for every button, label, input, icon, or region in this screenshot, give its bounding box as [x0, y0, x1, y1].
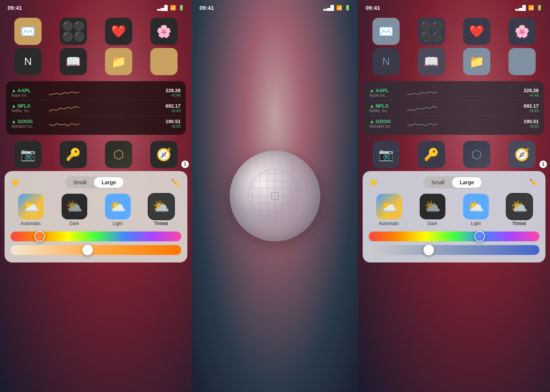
- dock-camera-r[interactable]: 📷: [372, 141, 400, 168]
- app-health[interactable]: ❤️: [105, 18, 132, 45]
- app-wallet-r[interactable]: ✉️: [372, 18, 400, 45]
- size-large-left[interactable]: Large: [94, 177, 124, 188]
- weather-dark-icon-right[interactable]: ⛅: [420, 194, 445, 219]
- dock-maps[interactable]: ⬡: [105, 141, 132, 168]
- dock-left: 📷 🔑 ⬡ 🧭 1: [0, 139, 192, 171]
- hue-thumb-right[interactable]: [474, 231, 485, 242]
- goog-name-r: Alphabet Inc.: [369, 124, 407, 128]
- stock-row-aapl-r: ▲ AAPL Apple Inc. 228.28 +0.46: [369, 85, 539, 100]
- weather-option-tinted-left[interactable]: ⛅ Tinted: [141, 194, 181, 226]
- aapl-price-r: 228.28 +0.46: [516, 88, 539, 97]
- weather-auto-icon-left[interactable]: ⛅: [18, 194, 44, 219]
- size-small-right[interactable]: Small: [424, 177, 452, 188]
- notif-badge-left: 1: [181, 161, 189, 168]
- status-icons-right: ▂▄█ 📶 🔋: [515, 5, 542, 11]
- app-health-r[interactable]: ❤️: [463, 18, 490, 45]
- status-icons-middle: ▂▄█ 📶 🔋: [323, 5, 351, 11]
- dock-right: 📷 🔑 ⬡ 🧭 1: [358, 139, 550, 171]
- saturation-thumb-left[interactable]: [82, 245, 93, 255]
- app-files-r[interactable]: 📁: [463, 48, 490, 75]
- size-small-left[interactable]: Small: [66, 177, 94, 188]
- nflx-chart-r: [407, 103, 516, 113]
- app-reminders-r[interactable]: ⚫⚫⚫⚫: [418, 18, 445, 45]
- app-wallet[interactable]: ✉️: [14, 18, 42, 45]
- saturation-thumb-right[interactable]: [423, 245, 434, 255]
- size-large-right[interactable]: Large: [452, 177, 482, 188]
- app-news[interactable]: N: [14, 48, 42, 75]
- app-notepad[interactable]: ≡: [150, 48, 178, 75]
- aapl-chart-r: [407, 87, 516, 98]
- color-slider-2-left[interactable]: [11, 245, 181, 255]
- custom-panel-right: ☀️ Small Large ✏️ ⛅ Automatic ⛅ Dark ⛅ L…: [363, 171, 545, 262]
- color-slider-1-right[interactable]: [369, 231, 539, 241]
- stocks-widget-right: ▲ AAPL Apple Inc. 228.28 +0.46 ▲ NFLX Ne…: [364, 81, 544, 135]
- weather-tinted-icon-right[interactable]: ⛅: [507, 194, 532, 219]
- sphere-grid-svg: [245, 166, 305, 226]
- weather-option-auto-left[interactable]: ⛅ Automatic: [11, 194, 51, 226]
- color-slider-2-right[interactable]: [369, 245, 539, 255]
- time-middle: 09:41: [199, 5, 214, 11]
- app-grid-right-row2: N 📖 📁 ≡: [358, 48, 550, 81]
- weather-light-label-right: Light: [471, 221, 480, 226]
- custom-panel-left: ☀️ Small Large ✏️ ⛅ Automatic ⛅ Dark ⛅ L…: [5, 171, 187, 262]
- size-toggle-right[interactable]: Small Large: [423, 176, 482, 188]
- weather-option-tinted-right[interactable]: ⛅ Tinted: [499, 194, 539, 226]
- goog-price-r: 190.51 +0.03: [516, 119, 539, 128]
- app-news-r[interactable]: N: [372, 48, 400, 75]
- weather-option-light-right[interactable]: ⛅ Light: [456, 194, 496, 226]
- nflx-name-r: Netflix, Inc.: [369, 109, 407, 113]
- aapl-name-r: Apple Inc.: [369, 93, 407, 97]
- weather-tinted-icon-left[interactable]: ⛅: [148, 194, 174, 219]
- weather-tinted-label-left: Tinted: [154, 221, 168, 226]
- weather-option-auto-right[interactable]: ⛅ Automatic: [369, 194, 409, 226]
- weather-option-dark-left[interactable]: ⛅ Dark: [54, 194, 94, 226]
- dock-keys-r[interactable]: 🔑: [418, 141, 445, 168]
- battery-icon-m: 🔋: [345, 5, 351, 11]
- weather-option-light-left[interactable]: ⛅ Light: [97, 194, 138, 226]
- color-slider-1-left[interactable]: [11, 231, 181, 241]
- battery-icon: 🔋: [178, 5, 184, 11]
- weather-dark-icon-left[interactable]: ⛅: [62, 194, 87, 219]
- app-grid-left-row2: N 📖 📁 ≡: [0, 48, 192, 81]
- dock-compass[interactable]: 🧭: [150, 141, 178, 168]
- time-right: 09:41: [366, 5, 380, 11]
- left-phone-panel: 09:41 ▂▄█ 📶 🔋 ✉️ ⚫⚫⚫⚫ ❤️ 🌸 N 📖 📁 ≡ ▲ AAP…: [0, 0, 192, 392]
- dock-compass-r[interactable]: 🧭: [508, 141, 536, 168]
- dock-camera[interactable]: 📷: [14, 141, 42, 168]
- weather-light-icon-right[interactable]: ⛅: [463, 194, 489, 219]
- goog-name: Alphabet Inc.: [11, 124, 49, 128]
- weather-light-icon-left[interactable]: ⛅: [105, 194, 131, 219]
- stock-row-nflx-r: ▲ NFLX Netflix, Inc. 692.17 +6.43: [369, 100, 539, 116]
- app-books[interactable]: 📖: [60, 48, 87, 75]
- weather-auto-icon-right[interactable]: ⛅: [376, 194, 402, 219]
- app-notepad-r[interactable]: ≡: [508, 48, 536, 75]
- goog-chart: [49, 118, 158, 129]
- dock-keys[interactable]: 🔑: [60, 141, 87, 168]
- app-flower-r[interactable]: 🌸: [508, 18, 536, 45]
- nflx-ticker-r: ▲ NFLX: [369, 103, 407, 109]
- size-toggle-left[interactable]: Small Large: [65, 176, 124, 188]
- eyedropper-right[interactable]: ✏️: [527, 176, 539, 188]
- app-books-r[interactable]: 📖: [418, 48, 445, 75]
- saturation-track-right: [369, 245, 539, 255]
- goog-price: 190.51 +0.03: [158, 119, 181, 128]
- sphere-container: [230, 151, 320, 241]
- eyedropper-left[interactable]: ✏️: [169, 176, 181, 188]
- sun-icon-right: ☀️: [369, 178, 378, 187]
- dock-maps-r[interactable]: ⬡: [463, 141, 490, 168]
- wifi-icon: 📶: [170, 5, 176, 11]
- app-files[interactable]: 📁: [105, 48, 132, 75]
- nflx-name: Netflix, Inc.: [11, 109, 49, 113]
- sphere: [230, 151, 320, 241]
- stock-row-nflx: ▲ NFLX Netflix, Inc. 692.17 +6.43: [11, 100, 181, 116]
- weather-option-dark-right[interactable]: ⛅ Dark: [412, 194, 453, 226]
- aapl-ticker: ▲ AAPL: [11, 88, 49, 93]
- weather-dark-label-right: Dark: [428, 221, 437, 226]
- app-reminders[interactable]: ⚫⚫⚫⚫: [60, 18, 87, 45]
- notif-badge-right: 1: [539, 161, 547, 168]
- battery-icon-r: 🔋: [536, 5, 542, 11]
- app-flower[interactable]: 🌸: [150, 18, 178, 45]
- aapl-price: 228.28 +0.46: [158, 88, 181, 97]
- stock-row-goog-r: ▲ GOOG Alphabet Inc. 190.51 +0.03: [369, 116, 539, 131]
- hue-thumb-left[interactable]: [34, 231, 45, 242]
